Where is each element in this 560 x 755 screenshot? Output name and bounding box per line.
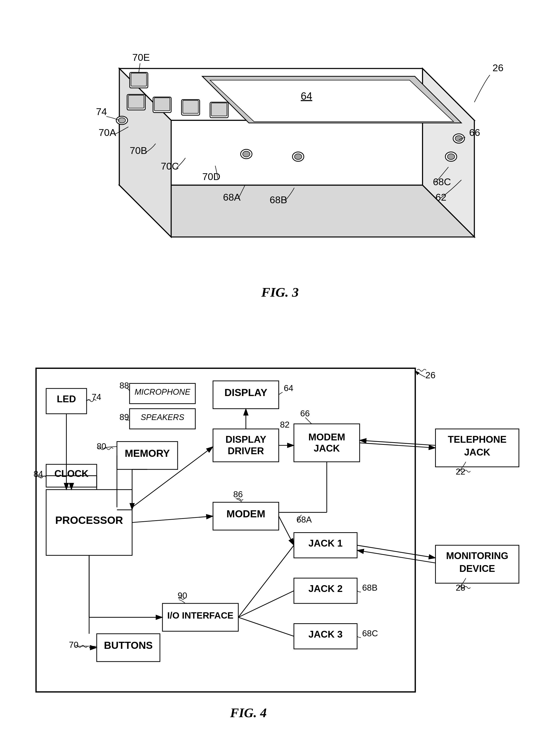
io-interface-label: I/O INTERFACE: [167, 610, 234, 620]
display-driver-label1: DISPLAY: [226, 434, 266, 445]
processor-label: PROCESSOR: [55, 514, 123, 526]
svg-point-21: [243, 151, 250, 157]
io-to-j3-line: [238, 617, 294, 636]
page: 70E 26 74 64 62 66 70A 70B 70C: [0, 0, 560, 755]
modem-label: MODEM: [226, 508, 265, 519]
ref-68B-fig4: 68B: [362, 583, 378, 593]
svg-rect-11: [128, 95, 144, 108]
ref-70A: 70A: [99, 127, 116, 138]
telephone-jack-label1: TELEPHONE: [448, 434, 506, 445]
monitoring-device-label1: MONITORING: [446, 551, 508, 561]
io-to-j2-line: [238, 591, 294, 617]
jack3-label: JACK 3: [308, 629, 342, 640]
svg-rect-9: [131, 73, 146, 86]
ref-68C-fig4: 68C: [362, 629, 378, 638]
ref-84: 84: [33, 469, 43, 479]
svg-rect-17: [211, 103, 227, 116]
speakers-label: SPEAKERS: [141, 413, 184, 422]
svg-marker-4: [119, 185, 475, 237]
memory-label: MEMORY: [125, 448, 170, 459]
microphone-label: MICROPHONE: [135, 388, 191, 397]
jack1-label: JACK 1: [308, 538, 342, 549]
ref-68A-fig3: 68A: [223, 192, 241, 203]
ref-26: 26: [493, 62, 503, 73]
ref-80: 80: [97, 441, 106, 451]
ref-74-fig3: 74: [96, 106, 107, 117]
ref-64-fig3: 64: [301, 90, 312, 102]
ref-62-fig3: 62: [436, 192, 446, 203]
svg-rect-13: [155, 98, 170, 111]
ref-89: 89: [119, 412, 129, 422]
ref-70B: 70B: [129, 145, 147, 156]
svg-point-25: [447, 154, 455, 159]
ref-74-fig4: 74: [92, 392, 101, 402]
modem-jack-label2: JACK: [314, 443, 340, 454]
telephone-jack-label2: JACK: [464, 447, 491, 458]
ref-66-fig3: 66: [469, 127, 480, 138]
buttons-label: BUTTONS: [104, 640, 153, 651]
ref-90: 90: [178, 591, 187, 600]
wavy-26: [417, 369, 426, 371]
md-to-j1-line: [357, 550, 435, 563]
j1-to-md-line: [357, 545, 435, 558]
clock-label: CLOCK: [54, 468, 88, 479]
fig3-label: FIG. 3: [261, 285, 299, 299]
fig3-drawing: 70E 26 74 64 62 66 70A 70B 70C: [21, 29, 539, 316]
fig4-label: FIG. 4: [230, 706, 266, 720]
modem-to-j1-line: [279, 516, 294, 545]
ref-70E: 70E: [132, 52, 150, 63]
ref-86: 86: [233, 490, 243, 499]
fig4-section: 26 LED 74 MICROPHONE 88 SPEAKERS 89: [21, 350, 539, 742]
ref-70C: 70C: [161, 161, 179, 172]
monitoring-device-label2: DEVICE: [459, 563, 495, 574]
proc-to-modem-line: [132, 516, 213, 522]
modem-jack-label1: MODEM: [308, 432, 345, 442]
led-label: LED: [57, 394, 76, 404]
tj-to-mj-line: [360, 440, 436, 445]
display-driver-label2: DRIVER: [228, 445, 264, 456]
ref-66-fig4: 66: [300, 409, 310, 418]
ref-26-fig4: 26: [425, 370, 436, 380]
io-to-j1-line: [238, 545, 294, 617]
ref-68C-fig3: 68C: [433, 176, 451, 187]
svg-point-23: [295, 154, 302, 159]
ref-64-fig4: 64: [284, 383, 294, 393]
ref-68A-fig4: 68A: [297, 515, 312, 524]
ref-68B-fig3: 68B: [270, 194, 287, 205]
jack2-label: JACK 2: [308, 583, 342, 594]
svg-rect-15: [183, 100, 199, 114]
fig4-drawing: 26 LED 74 MICROPHONE 88 SPEAKERS 89: [21, 350, 539, 741]
ref-70: 70: [69, 640, 79, 650]
ref-82: 82: [280, 420, 290, 430]
svg-point-19: [118, 118, 126, 123]
fig3-section: 70E 26 74 64 62 66 70A 70B 70C: [21, 16, 539, 329]
display-label: DISPLAY: [224, 387, 267, 398]
mj-to-tj-line: [360, 443, 436, 448]
